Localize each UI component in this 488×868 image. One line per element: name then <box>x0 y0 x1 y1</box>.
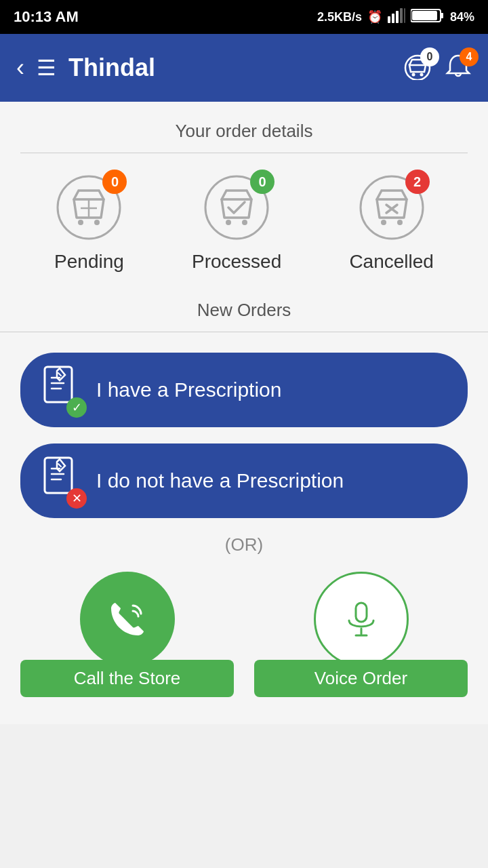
svg-point-16 <box>242 220 247 225</box>
order-details-title: Your order details <box>0 102 488 153</box>
svg-point-19 <box>397 220 403 225</box>
order-buttons-container: ✓ I have a Prescription ✕ <box>0 353 488 518</box>
svg-rect-0 <box>388 16 390 23</box>
order-details-section: Your order details 0 Pending <box>0 102 488 293</box>
call-store-button[interactable]: Call the Store <box>20 572 234 697</box>
signal-icon <box>388 8 405 26</box>
new-orders-section: New Orders ✓ I have a Prescrip <box>0 293 488 697</box>
svg-rect-3 <box>400 8 403 23</box>
svg-rect-4 <box>404 8 405 23</box>
order-cards-row: 0 Pending 0 Processed <box>0 174 488 293</box>
cancelled-label: Cancelled <box>349 251 434 273</box>
svg-rect-2 <box>396 11 399 23</box>
prescription-icon-wrap-1: ✓ <box>41 366 80 415</box>
main-content: Your order details 0 Pending <box>0 102 488 724</box>
svg-point-9 <box>412 73 415 77</box>
new-orders-divider <box>0 332 488 332</box>
no-prescription-label: I do not have a Prescription <box>96 469 344 492</box>
has-prescription-check-icon: ✓ <box>66 397 87 418</box>
menu-button[interactable]: ☰ <box>37 55 56 81</box>
cart-badge: 0 <box>420 47 439 66</box>
no-prescription-x-icon: ✕ <box>66 488 87 509</box>
voice-icon-circle <box>314 572 409 667</box>
battery-percent: 84% <box>450 10 474 24</box>
svg-rect-1 <box>392 14 394 23</box>
cart-button[interactable]: 0 <box>403 53 432 83</box>
no-prescription-button[interactable]: ✕ I do not have a Prescription <box>20 443 468 518</box>
svg-rect-24 <box>356 603 367 622</box>
cancelled-badge: 2 <box>405 170 430 194</box>
voice-order-button[interactable]: Voice Order <box>254 572 468 697</box>
battery-icon: ⏰ <box>367 9 382 24</box>
call-icon-circle <box>80 572 175 667</box>
status-bar-right: 2.5KB/s ⏰ 84% <box>317 8 474 26</box>
status-bar: 10:13 AM 2.5KB/s ⏰ 84% <box>0 0 488 34</box>
svg-point-18 <box>381 220 386 225</box>
pending-order-card[interactable]: 0 Pending <box>54 174 124 273</box>
prescription-icon-wrap-2: ✕ <box>41 456 80 506</box>
order-details-divider <box>20 153 468 153</box>
cancelled-order-card[interactable]: 2 Cancelled <box>349 174 434 273</box>
svg-rect-6 <box>441 13 443 18</box>
has-prescription-button[interactable]: ✓ I have a Prescription <box>20 353 468 427</box>
header-title: Thindal <box>68 54 155 82</box>
battery-display <box>411 8 445 26</box>
svg-point-15 <box>226 220 231 225</box>
svg-rect-20 <box>45 367 72 402</box>
app-header: ‹ ☰ Thindal 0 4 <box>0 34 488 102</box>
cancelled-icon-wrap: 2 <box>358 174 426 241</box>
svg-line-21 <box>58 373 61 376</box>
pending-icon-wrap: 0 <box>55 174 123 241</box>
processed-label: Processed <box>192 251 281 273</box>
svg-point-13 <box>94 220 100 225</box>
voice-order-label: Voice Order <box>254 660 468 697</box>
has-prescription-label: I have a Prescription <box>96 378 281 401</box>
network-speed: 2.5KB/s <box>317 10 362 24</box>
call-store-label: Call the Store <box>20 660 234 697</box>
processed-badge: 0 <box>250 170 274 194</box>
processed-icon-wrap: 0 <box>203 174 270 241</box>
svg-point-10 <box>420 73 424 77</box>
svg-line-23 <box>58 464 61 467</box>
or-divider: (OR) <box>0 518 488 572</box>
notifications-button[interactable]: 4 <box>445 53 472 83</box>
header-right: 0 4 <box>403 53 472 83</box>
header-left: ‹ ☰ Thindal <box>16 54 155 82</box>
action-buttons-row: Call the Store Voice Order <box>0 572 488 697</box>
processed-order-card[interactable]: 0 Processed <box>192 174 281 273</box>
new-orders-title: New Orders <box>0 293 488 332</box>
svg-rect-7 <box>412 11 437 20</box>
time-display: 10:13 AM <box>14 8 79 26</box>
svg-point-12 <box>78 220 83 225</box>
svg-rect-22 <box>45 458 72 493</box>
notifications-badge: 4 <box>460 47 479 66</box>
back-button[interactable]: ‹ <box>16 54 24 82</box>
pending-label: Pending <box>54 251 124 273</box>
pending-badge: 0 <box>102 170 127 194</box>
